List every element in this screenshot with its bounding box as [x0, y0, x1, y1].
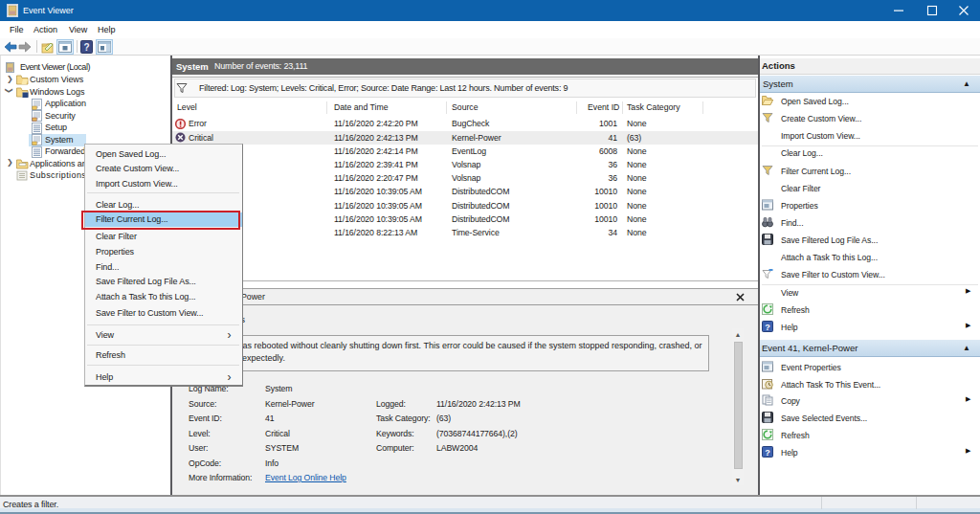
svg-text:?: ? — [765, 323, 770, 332]
svg-text:?: ? — [83, 42, 89, 53]
svg-text:?: ? — [765, 448, 770, 458]
